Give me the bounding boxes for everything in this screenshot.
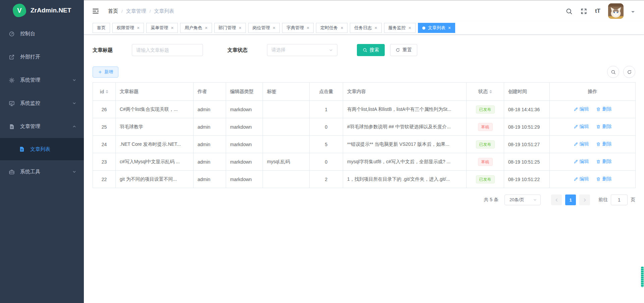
page-content: 文章标题 文章状态 请选择 搜索 重置 (84, 35, 644, 303)
edit-button[interactable]: 编辑 (574, 176, 589, 182)
refresh-table-button[interactable] (623, 66, 635, 78)
cell-content: mysql字符集utf8，c#写入中文后，全部显示成? ... (343, 153, 467, 171)
delete-button[interactable]: 删除 (596, 176, 611, 182)
tab-close-icon[interactable]: × (171, 26, 173, 30)
tab[interactable]: 定时任务 × (316, 23, 347, 33)
search-icon (611, 70, 616, 75)
tab[interactable]: 服务监控 × (384, 23, 416, 33)
tab-close-icon[interactable]: × (239, 26, 241, 30)
sidebar-item[interactable]: 系统监控 (0, 92, 84, 115)
cell-created: 08-18 14:41:36 (504, 101, 550, 118)
cell-editor-type: markdown (226, 153, 263, 171)
sidebar-item[interactable]: 控制台 (0, 22, 84, 45)
title-filter-input[interactable] (132, 44, 203, 56)
tab-close-icon[interactable]: × (374, 26, 377, 30)
delete-button[interactable]: 删除 (596, 141, 611, 147)
refresh-icon (627, 70, 632, 75)
sort-icon[interactable] (106, 89, 108, 95)
select-placeholder: 请选择 (271, 47, 285, 53)
breadcrumb-home[interactable]: 首页 (108, 8, 118, 14)
status-filter-select[interactable]: 请选择 (267, 44, 337, 56)
tab-close-icon[interactable]: × (340, 26, 343, 30)
column-header[interactable]: id (93, 83, 116, 101)
column-header[interactable]: 作者 (194, 83, 226, 101)
sidebar-item[interactable]: 文章管理 (0, 115, 84, 138)
tab-close-icon[interactable]: × (448, 26, 451, 30)
tab[interactable]: 文章列表 × (418, 23, 455, 33)
column-header[interactable]: 编辑器类型 (226, 83, 263, 101)
toggle-search-button[interactable] (607, 66, 619, 78)
avatar[interactable] (608, 3, 624, 19)
search-button[interactable]: 搜索 (357, 44, 385, 56)
delete-button[interactable]: 删除 (596, 159, 611, 165)
next-page-button[interactable] (579, 194, 590, 205)
cell-status: 草稿 (467, 153, 504, 171)
add-button[interactable]: 新增 (93, 67, 118, 78)
column-header[interactable]: 创建时间 (504, 83, 550, 101)
column-header[interactable]: 操作 (550, 83, 636, 101)
tab[interactable]: 权限管理 × (112, 23, 144, 33)
fullscreen-icon[interactable] (580, 8, 587, 15)
cell-author: admin (194, 136, 226, 153)
font-size-icon[interactable]: tT (595, 8, 600, 14)
column-header[interactable]: 文章标题 (116, 83, 194, 101)
column-header[interactable]: 标签 (263, 83, 310, 101)
caret-down-icon[interactable] (631, 11, 635, 14)
cell-id: 23 (93, 153, 116, 171)
status-filter-label: 文章状态 (227, 47, 248, 53)
edit-button[interactable]: 编辑 (574, 106, 589, 112)
tab-close-icon[interactable]: × (273, 26, 275, 30)
sidebar-collapse-icon[interactable] (92, 7, 99, 15)
column-header[interactable]: 文章内容 (343, 83, 467, 101)
column-header[interactable]: 状态 (467, 83, 504, 101)
page-size-select[interactable]: 20条/页 (504, 194, 541, 205)
filter-panel: 文章标题 文章状态 请选择 搜索 重置 (93, 44, 635, 56)
tab[interactable]: 字典管理 × (282, 23, 314, 33)
pencil-icon (574, 142, 578, 146)
table-tools (607, 66, 635, 78)
app-logo[interactable]: V ZrAdmin.NET (0, 0, 84, 21)
search-icon[interactable] (566, 8, 573, 15)
cell-status: 已发布 (467, 136, 504, 153)
sidebar-item[interactable]: 文章列表 (0, 138, 84, 160)
tab[interactable]: 任务日志 × (350, 23, 381, 33)
tab[interactable]: 菜单管理 × (146, 23, 178, 33)
page-unit-label: 页 (631, 197, 635, 203)
tab[interactable]: 首页 (93, 23, 110, 33)
sidebar-item[interactable]: 系统管理 (0, 69, 84, 92)
status-badge: 已发布 (476, 140, 495, 148)
sidebar-item[interactable]: 系统工具 (0, 160, 84, 183)
tab[interactable]: 部门管理 × (214, 23, 246, 33)
reset-button[interactable]: 重置 (390, 44, 417, 56)
navbar-actions: tT (566, 3, 635, 19)
sort-icon[interactable] (489, 89, 492, 95)
tab-close-icon[interactable]: × (409, 26, 411, 30)
scrollbar-thumb[interactable] (641, 266, 644, 287)
edit-button[interactable]: 编辑 (574, 141, 589, 147)
edit-button[interactable]: 编辑 (574, 159, 589, 165)
prev-page-button[interactable] (551, 194, 562, 205)
chevron-down-icon (533, 198, 537, 202)
sidebar-item-label: 系统监控 (20, 100, 72, 106)
sidebar-item-label: 系统工具 (20, 169, 72, 175)
tab[interactable]: 用户角色 × (180, 23, 212, 33)
goto-page-input[interactable] (611, 194, 628, 205)
tab-label: 定时任务 (320, 25, 338, 31)
delete-button[interactable]: 删除 (596, 124, 611, 130)
cell-actions: 编辑 删除 (550, 153, 636, 171)
trash-icon (596, 177, 601, 181)
cell-status: 已发布 (467, 171, 504, 188)
tab-label: 岗位管理 (253, 25, 270, 31)
column-header[interactable]: 点击量 (310, 83, 343, 101)
sidebar-item[interactable]: 外部打开 (0, 45, 84, 69)
delete-button[interactable]: 删除 (596, 106, 611, 112)
tab-close-icon[interactable]: × (137, 26, 140, 30)
sidebar-menu: 控制台 外部打开 系统管理 (0, 21, 84, 183)
plus-icon (98, 70, 102, 74)
tab-close-icon[interactable]: × (307, 26, 309, 30)
edit-button[interactable]: 编辑 (574, 124, 589, 130)
current-page-button[interactable]: 1 (565, 194, 576, 205)
tab-close-icon[interactable]: × (205, 26, 207, 30)
toolbox-icon (9, 169, 15, 175)
tab[interactable]: 岗位管理 × (248, 23, 280, 33)
